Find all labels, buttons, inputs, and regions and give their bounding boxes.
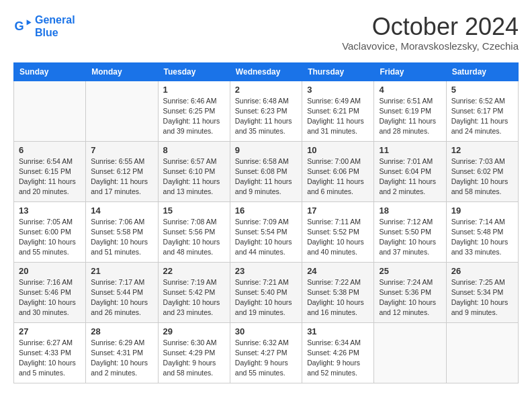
day-info: Sunrise: 6:51 AM Sunset: 6:19 PM Dayligh… bbox=[379, 96, 441, 137]
calendar-week-row: 27Sunrise: 6:27 AM Sunset: 4:33 PM Dayli… bbox=[14, 322, 519, 383]
calendar-week-row: 20Sunrise: 7:16 AM Sunset: 5:46 PM Dayli… bbox=[14, 262, 519, 322]
day-number: 28 bbox=[91, 326, 152, 336]
day-number: 14 bbox=[91, 205, 152, 216]
day-info: Sunrise: 7:14 AM Sunset: 5:48 PM Dayligh… bbox=[451, 217, 513, 258]
calendar-cell: 19Sunrise: 7:14 AM Sunset: 5:48 PM Dayli… bbox=[446, 201, 518, 262]
day-info: Sunrise: 6:46 AM Sunset: 6:25 PM Dayligh… bbox=[163, 96, 225, 137]
day-info: Sunrise: 7:22 AM Sunset: 5:38 PM Dayligh… bbox=[307, 277, 369, 318]
day-info: Sunrise: 7:19 AM Sunset: 5:42 PM Dayligh… bbox=[163, 277, 225, 318]
day-number: 11 bbox=[379, 145, 441, 155]
day-number: 5 bbox=[451, 85, 513, 95]
day-number: 25 bbox=[379, 266, 441, 276]
calendar-cell: 18Sunrise: 7:12 AM Sunset: 5:50 PM Dayli… bbox=[374, 201, 446, 262]
day-info: Sunrise: 6:29 AM Sunset: 4:31 PM Dayligh… bbox=[91, 338, 152, 379]
day-number: 30 bbox=[235, 326, 297, 336]
svg-marker-1 bbox=[27, 19, 32, 25]
calendar-cell: 22Sunrise: 7:19 AM Sunset: 5:42 PM Dayli… bbox=[158, 262, 230, 322]
calendar-week-row: 6Sunrise: 6:54 AM Sunset: 6:15 PM Daylig… bbox=[14, 141, 519, 201]
calendar-cell: 24Sunrise: 7:22 AM Sunset: 5:38 PM Dayli… bbox=[302, 262, 374, 322]
day-of-week-header: Tuesday bbox=[158, 62, 230, 81]
day-number: 18 bbox=[379, 205, 441, 216]
day-info: Sunrise: 6:30 AM Sunset: 4:29 PM Dayligh… bbox=[163, 338, 225, 379]
calendar-cell bbox=[14, 81, 86, 141]
calendar-cell: 13Sunrise: 7:05 AM Sunset: 6:00 PM Dayli… bbox=[14, 201, 86, 262]
calendar-cell: 31Sunrise: 6:34 AM Sunset: 4:26 PM Dayli… bbox=[302, 322, 374, 383]
day-info: Sunrise: 6:55 AM Sunset: 6:12 PM Dayligh… bbox=[91, 156, 152, 197]
calendar-cell: 29Sunrise: 6:30 AM Sunset: 4:29 PM Dayli… bbox=[158, 322, 230, 383]
calendar-cell: 30Sunrise: 6:32 AM Sunset: 4:27 PM Dayli… bbox=[230, 322, 302, 383]
day-info: Sunrise: 6:57 AM Sunset: 6:10 PM Dayligh… bbox=[163, 156, 225, 197]
day-number: 31 bbox=[307, 326, 369, 336]
day-number: 20 bbox=[19, 266, 81, 276]
logo-icon: G bbox=[13, 17, 32, 36]
day-number: 12 bbox=[451, 145, 513, 155]
calendar-cell: 11Sunrise: 7:01 AM Sunset: 6:04 PM Dayli… bbox=[374, 141, 446, 201]
calendar-cell: 6Sunrise: 6:54 AM Sunset: 6:15 PM Daylig… bbox=[14, 141, 86, 201]
svg-text:G: G bbox=[14, 19, 24, 33]
day-info: Sunrise: 7:16 AM Sunset: 5:46 PM Dayligh… bbox=[19, 277, 81, 318]
day-of-week-header: Sunday bbox=[14, 62, 86, 81]
day-of-week-header: Friday bbox=[374, 62, 446, 81]
day-number: 26 bbox=[451, 266, 513, 276]
day-of-week-header: Wednesday bbox=[230, 62, 302, 81]
day-number: 10 bbox=[307, 145, 369, 155]
calendar-cell: 7Sunrise: 6:55 AM Sunset: 6:12 PM Daylig… bbox=[86, 141, 158, 201]
calendar-week-row: 1Sunrise: 6:46 AM Sunset: 6:25 PM Daylig… bbox=[14, 81, 519, 141]
day-info: Sunrise: 7:25 AM Sunset: 5:34 PM Dayligh… bbox=[451, 277, 513, 318]
day-info: Sunrise: 6:32 AM Sunset: 4:27 PM Dayligh… bbox=[235, 338, 297, 379]
day-info: Sunrise: 7:01 AM Sunset: 6:04 PM Dayligh… bbox=[379, 156, 441, 197]
calendar-cell: 23Sunrise: 7:21 AM Sunset: 5:40 PM Dayli… bbox=[230, 262, 302, 322]
day-number: 4 bbox=[379, 85, 441, 95]
day-info: Sunrise: 6:34 AM Sunset: 4:26 PM Dayligh… bbox=[307, 338, 369, 379]
day-number: 15 bbox=[163, 205, 225, 216]
calendar-cell: 2Sunrise: 6:48 AM Sunset: 6:23 PM Daylig… bbox=[230, 81, 302, 141]
calendar-cell bbox=[446, 322, 518, 383]
day-of-week-header: Monday bbox=[86, 62, 158, 81]
day-info: Sunrise: 7:03 AM Sunset: 6:02 PM Dayligh… bbox=[451, 156, 513, 197]
day-info: Sunrise: 6:54 AM Sunset: 6:15 PM Dayligh… bbox=[19, 156, 81, 197]
calendar-cell: 4Sunrise: 6:51 AM Sunset: 6:19 PM Daylig… bbox=[374, 81, 446, 141]
calendar-cell bbox=[374, 322, 446, 383]
day-info: Sunrise: 7:12 AM Sunset: 5:50 PM Dayligh… bbox=[379, 217, 441, 258]
day-info: Sunrise: 7:08 AM Sunset: 5:56 PM Dayligh… bbox=[163, 217, 225, 258]
day-number: 22 bbox=[163, 266, 225, 276]
day-info: Sunrise: 6:49 AM Sunset: 6:21 PM Dayligh… bbox=[307, 96, 369, 137]
day-number: 27 bbox=[19, 326, 81, 336]
calendar-cell: 20Sunrise: 7:16 AM Sunset: 5:46 PM Dayli… bbox=[14, 262, 86, 322]
day-number: 6 bbox=[19, 145, 81, 155]
calendar-table: SundayMondayTuesdayWednesdayThursdayFrid… bbox=[13, 62, 519, 383]
day-number: 8 bbox=[163, 145, 225, 155]
day-number: 19 bbox=[451, 205, 513, 216]
page-header: G General Blue October 2024 Vaclavovice,… bbox=[13, 13, 519, 52]
calendar-header-row: SundayMondayTuesdayWednesdayThursdayFrid… bbox=[14, 62, 519, 81]
calendar-cell bbox=[86, 81, 158, 141]
day-of-week-header: Thursday bbox=[302, 62, 374, 81]
calendar-cell: 5Sunrise: 6:52 AM Sunset: 6:17 PM Daylig… bbox=[446, 81, 518, 141]
day-number: 21 bbox=[91, 266, 152, 276]
month-title: October 2024 bbox=[342, 13, 519, 40]
day-info: Sunrise: 6:27 AM Sunset: 4:33 PM Dayligh… bbox=[19, 338, 81, 379]
day-info: Sunrise: 7:05 AM Sunset: 6:00 PM Dayligh… bbox=[19, 217, 81, 258]
calendar-cell: 27Sunrise: 6:27 AM Sunset: 4:33 PM Dayli… bbox=[14, 322, 86, 383]
day-info: Sunrise: 7:21 AM Sunset: 5:40 PM Dayligh… bbox=[235, 277, 297, 318]
day-number: 1 bbox=[163, 85, 225, 95]
calendar-cell: 3Sunrise: 6:49 AM Sunset: 6:21 PM Daylig… bbox=[302, 81, 374, 141]
day-number: 3 bbox=[307, 85, 369, 95]
calendar-cell: 10Sunrise: 7:00 AM Sunset: 6:06 PM Dayli… bbox=[302, 141, 374, 201]
calendar-cell: 15Sunrise: 7:08 AM Sunset: 5:56 PM Dayli… bbox=[158, 201, 230, 262]
calendar-cell: 28Sunrise: 6:29 AM Sunset: 4:31 PM Dayli… bbox=[86, 322, 158, 383]
logo-text: General Blue bbox=[35, 13, 75, 39]
day-number: 16 bbox=[235, 205, 297, 216]
calendar-cell: 26Sunrise: 7:25 AM Sunset: 5:34 PM Dayli… bbox=[446, 262, 518, 322]
calendar-week-row: 13Sunrise: 7:05 AM Sunset: 6:00 PM Dayli… bbox=[14, 201, 519, 262]
day-number: 2 bbox=[235, 85, 297, 95]
calendar-cell: 25Sunrise: 7:24 AM Sunset: 5:36 PM Dayli… bbox=[374, 262, 446, 322]
day-number: 24 bbox=[307, 266, 369, 276]
day-number: 17 bbox=[307, 205, 369, 216]
calendar-cell: 1Sunrise: 6:46 AM Sunset: 6:25 PM Daylig… bbox=[158, 81, 230, 141]
calendar-cell: 17Sunrise: 7:11 AM Sunset: 5:52 PM Dayli… bbox=[302, 201, 374, 262]
day-of-week-header: Saturday bbox=[446, 62, 518, 81]
calendar-cell: 8Sunrise: 6:57 AM Sunset: 6:10 PM Daylig… bbox=[158, 141, 230, 201]
calendar-cell: 16Sunrise: 7:09 AM Sunset: 5:54 PM Dayli… bbox=[230, 201, 302, 262]
calendar-cell: 9Sunrise: 6:58 AM Sunset: 6:08 PM Daylig… bbox=[230, 141, 302, 201]
